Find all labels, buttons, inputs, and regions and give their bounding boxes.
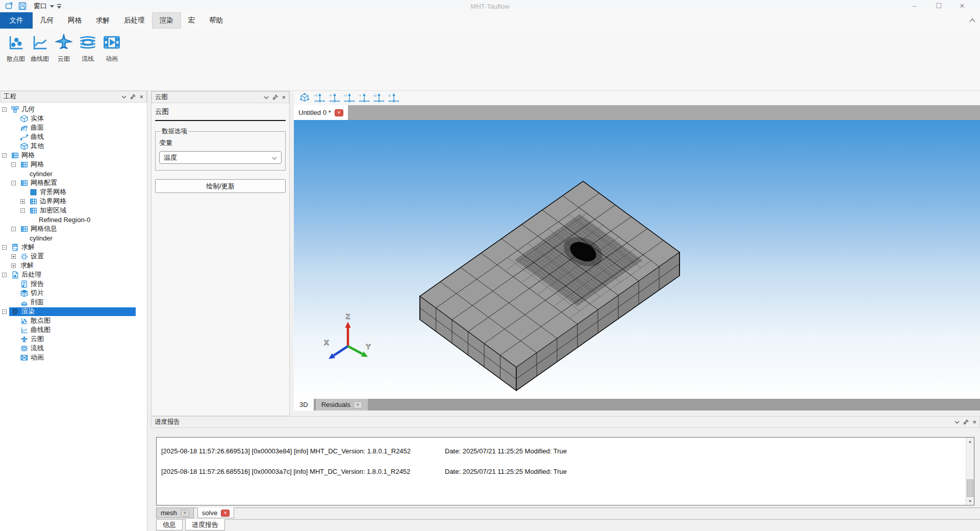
tree-item[interactable]: 其他 [0, 141, 147, 151]
expand-toggle[interactable]: - [11, 162, 16, 167]
tab-close-button[interactable]: × [335, 109, 343, 116]
menu-item[interactable]: 网格 [61, 12, 89, 29]
tree-item[interactable]: -网格信息 [0, 224, 147, 233]
view-axis-button[interactable]: -Y [357, 92, 370, 104]
expand-toggle[interactable]: - [11, 181, 16, 185]
ribbon-button[interactable]: 流线 [76, 34, 99, 63]
tree-item-body[interactable]: 网格信息 [18, 225, 136, 233]
ribbon-button[interactable]: 动画 [100, 34, 123, 63]
tree-item-body[interactable]: 网格配置 [18, 179, 136, 187]
menu-item[interactable]: 渲染 [152, 12, 181, 29]
menu-item[interactable]: 后处理 [117, 12, 152, 29]
draw-update-button[interactable]: 绘制/更新 [155, 179, 286, 193]
tree-item[interactable]: 实体 [0, 114, 147, 123]
view-axis-button[interactable]: +Z [372, 92, 385, 104]
tree-item-body[interactable]: Refined Region-0 [37, 215, 136, 224]
tree-item[interactable]: +边界网格 [0, 197, 147, 206]
pin-icon[interactable] [272, 94, 278, 100]
tree-item[interactable]: -网格配置 [0, 178, 147, 187]
tree-item[interactable]: 流线 [0, 344, 147, 353]
close-icon[interactable]: × [282, 93, 286, 101]
tree-item[interactable]: 剖面 [0, 298, 147, 307]
tree-item[interactable]: 曲线 [0, 132, 147, 141]
chevron-down-icon[interactable] [121, 95, 127, 99]
expand-toggle[interactable]: - [2, 309, 7, 314]
qat-customize-icon[interactable] [57, 4, 61, 9]
layout-icon[interactable] [5, 2, 13, 11]
tree-item[interactable]: 散点图 [0, 316, 147, 325]
tree-item[interactable]: +设置 [0, 252, 147, 261]
tab-close-button[interactable]: × [221, 510, 230, 517]
close-icon[interactable]: × [972, 418, 976, 426]
expand-toggle[interactable]: + [20, 199, 25, 204]
tree-item[interactable]: +求解 [0, 261, 147, 270]
tree-item[interactable]: -加密区域 [0, 206, 147, 215]
close-icon[interactable]: × [139, 93, 143, 101]
expand-toggle[interactable]: - [2, 273, 7, 277]
tree-item[interactable]: 云图 [0, 334, 147, 344]
view-tab-3d[interactable]: 3D [294, 399, 314, 411]
close-button[interactable]: ✕ [953, 0, 971, 11]
tab-close-button[interactable]: × [354, 401, 362, 408]
view-iso-button[interactable] [298, 92, 311, 104]
expand-toggle[interactable]: + [11, 254, 16, 259]
document-tab[interactable]: Untitled 0 *× [294, 105, 348, 120]
tree-item-body[interactable]: 曲线图 [18, 326, 136, 334]
tree-item[interactable]: -几何 [0, 105, 147, 114]
tree-item-body[interactable]: 渲染 [9, 307, 136, 316]
solver-tab[interactable]: solve× [197, 508, 234, 518]
menu-item[interactable]: 几何 [33, 12, 61, 29]
maximize-button[interactable]: ☐ [930, 0, 947, 11]
tree-item-body[interactable]: cylinder [28, 234, 136, 243]
tree-item-body[interactable]: 背景网格 [28, 188, 136, 197]
console-tab[interactable]: 进度报告 [185, 519, 225, 530]
tree-item-body[interactable]: 曲面 [18, 124, 136, 132]
tree-item[interactable]: 报告 [0, 279, 147, 288]
collapse-ribbon-icon[interactable] [969, 17, 976, 23]
tree-item[interactable]: cylinder [0, 169, 147, 178]
viewport-3d[interactable]: ZXY [294, 120, 980, 399]
tree-item-body[interactable]: 云图 [18, 335, 136, 344]
tree-item-body[interactable]: 流线 [18, 344, 136, 353]
tree-item-body[interactable]: 动画 [18, 353, 136, 362]
tree-item-body[interactable]: 剖面 [18, 298, 136, 307]
menu-item[interactable]: 文件 [0, 12, 33, 29]
tree-item[interactable]: -后处理 [0, 270, 147, 279]
tree-item[interactable]: cylinder [0, 233, 147, 243]
view-axis-button[interactable]: -Z [387, 92, 400, 104]
tree-item-body[interactable]: cylinder [28, 170, 136, 178]
tree-item-body[interactable]: 散点图 [18, 317, 136, 325]
scrollbar-down-button[interactable]: ▼ [966, 497, 974, 505]
tree-item-body[interactable]: 后处理 [9, 271, 136, 279]
tree-item-body[interactable]: 网格 [9, 151, 136, 160]
scrollbar-up-button[interactable]: ▲ [966, 438, 974, 445]
pin-icon[interactable] [130, 94, 136, 100]
solver-tab[interactable]: mesh× [156, 508, 194, 518]
scrollbar[interactable]: ▲ ▼ [966, 438, 974, 505]
log-output[interactable]: [2025-08-18 11:57:26.669513] [0x00003e84… [156, 437, 974, 505]
expand-toggle[interactable]: - [11, 227, 16, 231]
tree-item-body[interactable]: 求解 [18, 261, 136, 270]
tree-item-body[interactable]: 几何 [9, 105, 136, 114]
ribbon-button[interactable]: 云图 [52, 34, 76, 63]
tree-item-body[interactable]: 设置 [18, 252, 136, 261]
save-icon[interactable] [18, 2, 27, 11]
tree-item[interactable]: -渲染 [0, 307, 147, 316]
view-axis-button[interactable]: +Y [342, 92, 356, 104]
window-menu[interactable]: 窗口 [34, 2, 61, 11]
tree-item[interactable]: Refined Region-0 [0, 215, 147, 224]
tree-item-body[interactable]: 其他 [18, 142, 136, 151]
tree-item[interactable]: 切片 [0, 288, 147, 298]
expand-toggle[interactable]: + [11, 263, 16, 268]
variable-select[interactable]: 温度 [159, 151, 282, 164]
tree-item-body[interactable]: 加密区域 [28, 206, 136, 215]
expand-toggle[interactable]: - [2, 107, 7, 112]
ribbon-button[interactable]: 曲线图 [28, 34, 52, 63]
tree-item[interactable]: 曲线图 [0, 325, 147, 334]
tab-close-button[interactable]: × [181, 510, 189, 517]
ribbon-button[interactable]: 散点图 [4, 34, 28, 63]
view-axis-button[interactable]: -X [328, 92, 341, 104]
console-tab[interactable]: 信息 [156, 520, 183, 530]
chevron-down-icon[interactable] [264, 96, 269, 99]
tree-item[interactable]: -求解 [0, 243, 147, 252]
